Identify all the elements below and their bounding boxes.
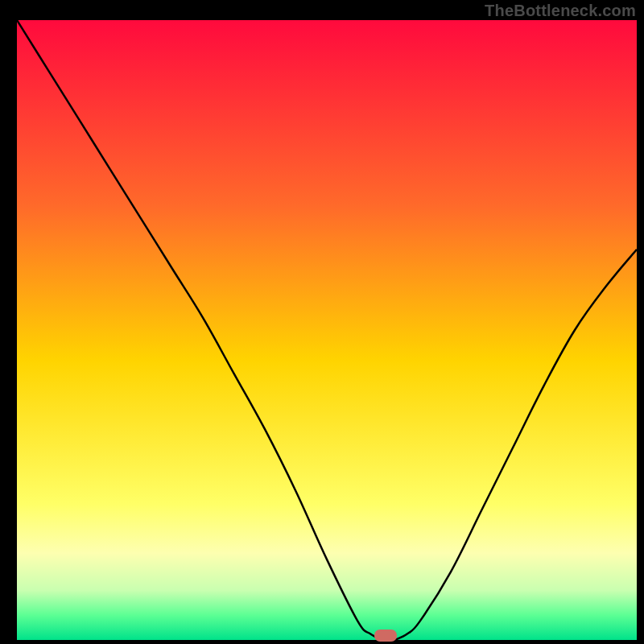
plot-area <box>17 20 637 640</box>
min-marker <box>374 630 397 642</box>
chart-frame: TheBottleneck.com <box>0 0 644 644</box>
watermark-text: TheBottleneck.com <box>485 2 636 20</box>
gradient-background <box>17 20 637 640</box>
plot-svg <box>17 20 637 640</box>
